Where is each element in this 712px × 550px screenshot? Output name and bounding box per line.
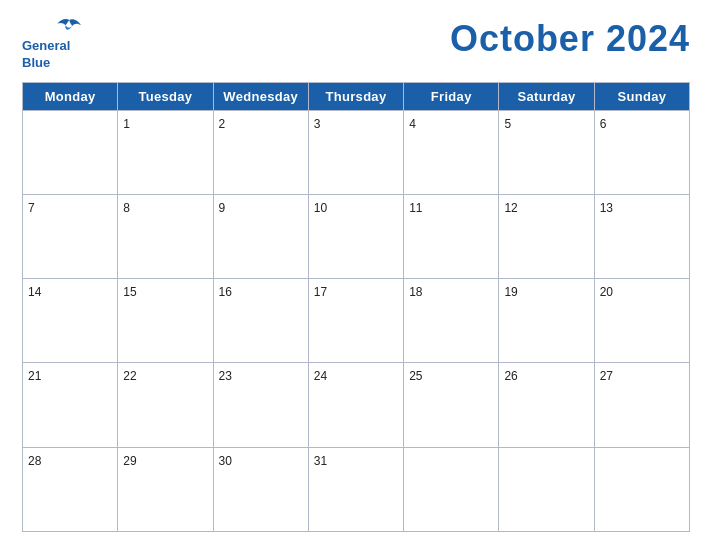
calendar-week-2: 78910111213 <box>23 195 690 279</box>
calendar-cell: 24 <box>308 363 403 447</box>
calendar-cell: 8 <box>118 195 213 279</box>
calendar-cell: 6 <box>594 110 689 194</box>
calendar-cell: 10 <box>308 195 403 279</box>
day-number: 18 <box>409 285 422 299</box>
day-number: 5 <box>504 117 511 131</box>
day-number: 6 <box>600 117 607 131</box>
day-number: 27 <box>600 369 613 383</box>
day-number: 15 <box>123 285 136 299</box>
weekday-header-row: Monday Tuesday Wednesday Thursday Friday… <box>23 82 690 110</box>
page-header: General Blue October 2024 <box>22 18 690 72</box>
calendar-cell: 14 <box>23 279 118 363</box>
header-sunday: Sunday <box>594 82 689 110</box>
day-number: 28 <box>28 454 41 468</box>
bird-icon <box>56 16 84 36</box>
calendar-week-3: 14151617181920 <box>23 279 690 363</box>
calendar-cell <box>404 447 499 531</box>
calendar-cell: 29 <box>118 447 213 531</box>
calendar-cell: 18 <box>404 279 499 363</box>
calendar-page: General Blue October 2024 Monday Tuesday… <box>0 0 712 550</box>
month-title: October 2024 <box>450 18 690 60</box>
calendar-cell <box>23 110 118 194</box>
day-number: 4 <box>409 117 416 131</box>
calendar-cell <box>594 447 689 531</box>
calendar-cell: 25 <box>404 363 499 447</box>
calendar-cell: 26 <box>499 363 594 447</box>
day-number: 13 <box>600 201 613 215</box>
calendar-cell: 9 <box>213 195 308 279</box>
day-number: 12 <box>504 201 517 215</box>
day-number: 16 <box>219 285 232 299</box>
calendar-cell: 2 <box>213 110 308 194</box>
calendar-week-1: 123456 <box>23 110 690 194</box>
calendar-cell: 12 <box>499 195 594 279</box>
calendar-cell: 22 <box>118 363 213 447</box>
day-number: 22 <box>123 369 136 383</box>
day-number: 8 <box>123 201 130 215</box>
calendar-cell: 17 <box>308 279 403 363</box>
day-number: 3 <box>314 117 321 131</box>
calendar-cell: 30 <box>213 447 308 531</box>
calendar-cell: 4 <box>404 110 499 194</box>
day-number: 7 <box>28 201 35 215</box>
calendar-cell: 3 <box>308 110 403 194</box>
calendar-cell <box>499 447 594 531</box>
calendar-cell: 11 <box>404 195 499 279</box>
day-number: 29 <box>123 454 136 468</box>
day-number: 30 <box>219 454 232 468</box>
calendar-cell: 27 <box>594 363 689 447</box>
calendar-cell: 19 <box>499 279 594 363</box>
day-number: 1 <box>123 117 130 131</box>
calendar-cell: 7 <box>23 195 118 279</box>
day-number: 26 <box>504 369 517 383</box>
calendar-table: Monday Tuesday Wednesday Thursday Friday… <box>22 82 690 532</box>
calendar-cell: 23 <box>213 363 308 447</box>
header-monday: Monday <box>23 82 118 110</box>
day-number: 24 <box>314 369 327 383</box>
day-number: 17 <box>314 285 327 299</box>
day-number: 11 <box>409 201 422 215</box>
header-saturday: Saturday <box>499 82 594 110</box>
day-number: 31 <box>314 454 327 468</box>
day-number: 10 <box>314 201 327 215</box>
calendar-week-5: 28293031 <box>23 447 690 531</box>
calendar-cell: 13 <box>594 195 689 279</box>
header-wednesday: Wednesday <box>213 82 308 110</box>
day-number: 25 <box>409 369 422 383</box>
day-number: 14 <box>28 285 41 299</box>
calendar-cell: 16 <box>213 279 308 363</box>
day-number: 19 <box>504 285 517 299</box>
header-friday: Friday <box>404 82 499 110</box>
logo-text: General Blue <box>22 38 70 72</box>
calendar-week-4: 21222324252627 <box>23 363 690 447</box>
calendar-cell: 21 <box>23 363 118 447</box>
day-number: 9 <box>219 201 226 215</box>
calendar-cell: 15 <box>118 279 213 363</box>
calendar-cell: 31 <box>308 447 403 531</box>
day-number: 2 <box>219 117 226 131</box>
calendar-cell: 28 <box>23 447 118 531</box>
header-tuesday: Tuesday <box>118 82 213 110</box>
day-number: 21 <box>28 369 41 383</box>
calendar-cell: 1 <box>118 110 213 194</box>
day-number: 20 <box>600 285 613 299</box>
calendar-cell: 20 <box>594 279 689 363</box>
day-number: 23 <box>219 369 232 383</box>
header-thursday: Thursday <box>308 82 403 110</box>
logo-area: General Blue <box>22 18 84 72</box>
calendar-cell: 5 <box>499 110 594 194</box>
